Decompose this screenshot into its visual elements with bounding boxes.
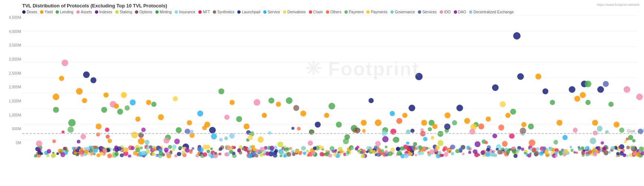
scatter-dot <box>402 113 407 118</box>
scatter-dot <box>421 120 427 126</box>
y-axis-label: 0M <box>2 141 21 145</box>
scatter-dot <box>500 101 506 107</box>
scatter-dot-small <box>451 152 454 155</box>
legend-dot <box>56 10 59 14</box>
legend-item: Assets <box>76 10 92 14</box>
scatter-dot-small <box>544 150 549 155</box>
scatter-dot <box>53 107 59 113</box>
scatter-dot <box>324 113 329 118</box>
scatter-dot-small <box>417 151 422 155</box>
scatter-dot-small <box>450 145 455 149</box>
legend-dot <box>76 10 80 14</box>
legend-item: IDO <box>440 10 451 14</box>
scatter-dot-small <box>532 148 536 152</box>
scatter-dot-mid <box>141 128 146 132</box>
y-axis-label: 4,500M <box>2 16 21 20</box>
scatter-dot <box>173 96 178 101</box>
scatter-dot-small <box>255 154 258 158</box>
goal-line <box>22 133 640 134</box>
legend-dot <box>418 10 421 14</box>
scatter-dot <box>268 98 274 104</box>
scatter-dot-mid <box>344 134 350 140</box>
scatter-dot-small <box>616 152 620 155</box>
legend-label: Assets <box>81 10 92 14</box>
scatter-dot-mid <box>258 136 264 143</box>
scatter-dot-small <box>253 148 256 151</box>
scatter-dot-mid <box>498 125 504 130</box>
scatter-dot-mid <box>52 139 56 143</box>
legend-dot <box>344 10 348 14</box>
legend-label: DAO <box>458 10 466 14</box>
scatter-dot-mid <box>67 126 74 133</box>
scatter-dot <box>121 92 127 98</box>
scatter-dot-small <box>321 146 324 149</box>
scatter-dot-mid <box>393 138 396 142</box>
scatter-dot <box>276 102 281 107</box>
legend-label: Payment <box>349 10 363 14</box>
scatter-dot-mid <box>164 138 169 143</box>
scatter-dot <box>176 127 182 133</box>
scatter-dot <box>117 109 123 115</box>
scatter-dot-small <box>439 154 443 158</box>
scatter-dot <box>158 114 164 120</box>
scatter-dot-mid <box>509 133 514 139</box>
legend-label: Payments <box>371 10 387 14</box>
legend-label: Dexes <box>27 10 37 14</box>
y-axis-label: 3,500M <box>2 43 21 47</box>
scatter-dot-small <box>585 153 589 157</box>
scatter-dot <box>619 128 624 133</box>
scatter-dot-small <box>155 155 158 157</box>
scatter-dot <box>562 135 568 140</box>
scatter-dot <box>262 113 267 118</box>
scatter-dot-mid <box>485 141 488 145</box>
scatter-dot <box>68 119 76 126</box>
scatter-dot-small <box>507 149 510 152</box>
scatter-dot-mid <box>131 132 138 138</box>
scatter-dot-small <box>115 152 119 156</box>
scatter-dot-mid <box>431 136 434 139</box>
legend-label: Synthetics <box>217 10 234 14</box>
scatter-dot-mid <box>475 141 480 147</box>
scatter-dot-mid <box>202 126 207 131</box>
scatter-dot <box>151 102 156 107</box>
legend-dot <box>198 10 202 14</box>
legend-dot <box>115 10 119 14</box>
scatter-dot-small <box>270 146 275 151</box>
legend-dot <box>22 10 26 14</box>
scatter-dot-small <box>608 151 611 153</box>
legend-label: Derivatives <box>287 10 306 14</box>
scatter-dot-small <box>190 149 193 152</box>
legend-label: Governance <box>395 10 415 14</box>
scatter-dot <box>224 115 229 120</box>
scatter-dot <box>585 100 591 105</box>
scatter-dot-small <box>128 155 131 158</box>
scatter-dot-mid <box>624 140 627 143</box>
scatter-dot-small <box>429 149 435 155</box>
scatter-dot <box>505 113 511 118</box>
scatter-dot <box>464 118 470 124</box>
scatter-dot-small <box>47 149 51 153</box>
scatter-dot-small <box>555 154 558 158</box>
scatter-dot-small <box>485 152 490 157</box>
scatter-dot <box>125 105 130 111</box>
scatter-dot-mid <box>626 138 629 141</box>
scatter-dot-mid <box>248 135 253 140</box>
scatter-dot-mid <box>211 133 217 139</box>
legend-label: Others <box>330 10 341 14</box>
scatter-dot-small <box>517 149 520 152</box>
legend-label: Launchpad <box>242 10 260 14</box>
scatter-dot <box>76 88 83 95</box>
scatter-dot <box>336 122 342 128</box>
legend-label: Services <box>422 10 436 14</box>
y-axis: 4,500M4,000M3,500M3,000M2,500M2,000M1,50… <box>2 16 21 145</box>
scatter-dot <box>510 109 516 115</box>
scatter-dot <box>542 88 548 94</box>
y-axis-label: 1,000M <box>2 113 21 117</box>
y-axis-label: 3,000M <box>2 57 21 61</box>
legend-item: Lending <box>56 10 73 14</box>
legend-dot <box>440 10 443 14</box>
scatter-dot-small <box>46 154 49 157</box>
scatter-dot <box>315 122 321 128</box>
scatter-dot <box>535 74 541 80</box>
legend-dot <box>390 10 394 14</box>
